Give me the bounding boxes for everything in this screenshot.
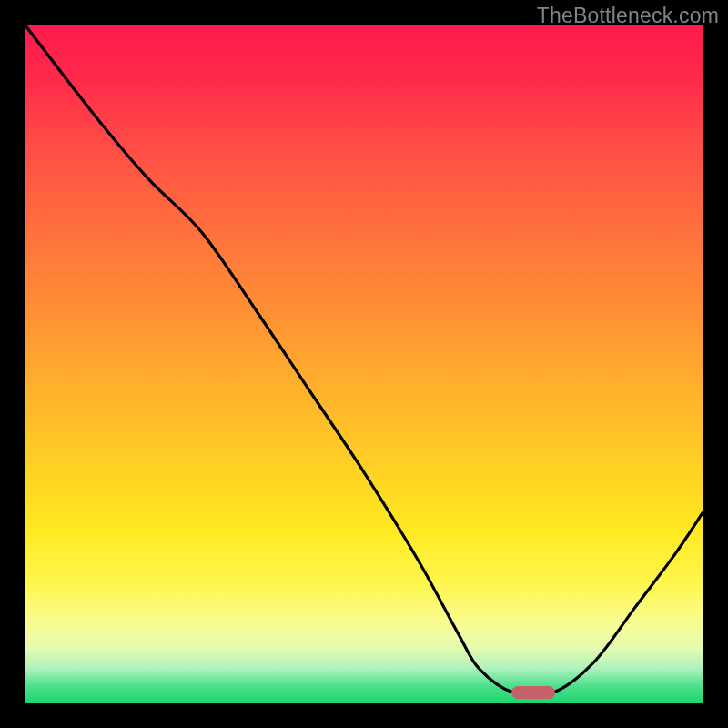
optimal-point-marker <box>511 686 555 699</box>
plot-area <box>25 25 703 703</box>
watermark-text: TheBottleneck.com <box>537 4 719 28</box>
chart-frame: TheBottleneck.com <box>0 0 728 728</box>
bottleneck-curve <box>25 25 703 703</box>
